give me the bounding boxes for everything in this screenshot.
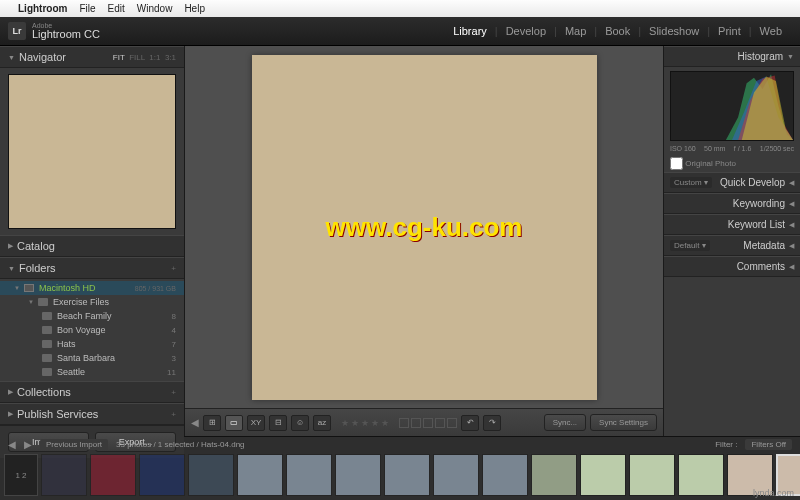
original-checkbox[interactable] — [670, 157, 683, 170]
nav-fwd-icon[interactable]: ▶ — [24, 439, 32, 450]
navigator-header[interactable]: ▼ Navigator FIT FILL 1:1 3:1 — [0, 46, 184, 68]
folder-count: 8 — [172, 312, 176, 321]
filter-dropdown[interactable]: Filters Off — [745, 439, 792, 450]
folder-row[interactable]: Beach Family8 — [0, 309, 184, 323]
add-icon[interactable]: + — [171, 410, 176, 419]
disclosure-icon: ◀ — [789, 221, 794, 229]
rotate-ccw-button[interactable]: ↶ — [461, 415, 479, 431]
module-map[interactable]: Map — [557, 25, 594, 37]
disclosure-icon: ▶ — [8, 242, 13, 250]
folder-row[interactable]: Seattle11 — [0, 365, 184, 379]
color-labels[interactable] — [399, 418, 457, 428]
loupe-view[interactable]: www.cg-ku.com — [185, 46, 663, 408]
grid-view-button[interactable]: ⊞ — [203, 415, 221, 431]
publish-header[interactable]: ▶ Publish Services + — [0, 403, 184, 425]
metadata-preset[interactable]: Default ▾ — [670, 240, 710, 251]
volume-row[interactable]: ▼ Macintosh HD 805 / 931 GB — [0, 281, 184, 295]
loupe-view-button[interactable]: ▭ — [225, 415, 243, 431]
keywording-header[interactable]: Keywording ◀ — [664, 193, 800, 214]
menu-app[interactable]: Lightroom — [18, 3, 67, 14]
compare-view-button[interactable]: XY — [247, 415, 265, 431]
filmstrip-thumb[interactable] — [286, 454, 332, 496]
module-book[interactable]: Book — [597, 25, 638, 37]
histogram-graph[interactable] — [670, 71, 794, 141]
prev-arrow-icon[interactable]: ◀ — [191, 417, 199, 428]
catalog-title: Catalog — [17, 240, 176, 252]
sync-settings-button[interactable]: Sync Settings — [590, 414, 657, 431]
nav-back-icon[interactable]: ◀ — [8, 439, 16, 450]
rating-stars[interactable]: ★★★★★ — [341, 418, 389, 428]
second-monitor-toggle[interactable]: 1 2 — [4, 454, 38, 496]
menu-window[interactable]: Window — [137, 3, 173, 14]
filmstrip-thumb[interactable] — [433, 454, 479, 496]
filmstrip-thumb[interactable] — [629, 454, 675, 496]
menu-help[interactable]: Help — [184, 3, 205, 14]
add-icon[interactable]: + — [171, 388, 176, 397]
metadata-header[interactable]: Default ▾ Metadata ◀ — [664, 235, 800, 256]
folder-icon — [42, 312, 52, 320]
module-library[interactable]: Library — [445, 25, 495, 37]
folders-title: Folders — [19, 262, 171, 274]
menu-file[interactable]: File — [79, 3, 95, 14]
add-icon[interactable]: + — [171, 264, 176, 273]
navigator-preview[interactable] — [0, 68, 184, 235]
module-develop[interactable]: Develop — [498, 25, 554, 37]
module-print[interactable]: Print — [710, 25, 749, 37]
filmstrip-thumb[interactable] — [335, 454, 381, 496]
filmstrip-count: 33 photos / 1 selected / Hats-04.dng — [116, 440, 245, 449]
preview-image — [8, 74, 176, 229]
menu-edit[interactable]: Edit — [108, 3, 125, 14]
filmstrip-thumb[interactable] — [482, 454, 528, 496]
filmstrip-thumb[interactable] — [237, 454, 283, 496]
footer-brand: lynda.com — [753, 488, 794, 498]
comments-header[interactable]: Comments ◀ — [664, 256, 800, 277]
filmstrip-thumb[interactable] — [139, 454, 185, 496]
filmstrip-thumb[interactable] — [41, 454, 87, 496]
keywordlist-header[interactable]: Keyword List ◀ — [664, 214, 800, 235]
histogram-header[interactable]: Histogram ▼ — [664, 46, 800, 67]
sync-button[interactable]: Sync... — [544, 414, 586, 431]
folder-row[interactable]: Hats7 — [0, 337, 184, 351]
filmstrip-source[interactable]: Previous Import — [40, 439, 108, 450]
app-topbar: Lr Adobe Lightroom CC Library| Develop| … — [0, 17, 800, 46]
folder-row[interactable]: Bon Voyage4 — [0, 323, 184, 337]
navigator-zoom-opts[interactable]: FIT FILL 1:1 3:1 — [113, 53, 176, 62]
volume-usage: 805 / 931 GB — [135, 285, 176, 292]
module-web[interactable]: Web — [752, 25, 790, 37]
folders-header[interactable]: ▼ Folders + — [0, 257, 184, 279]
folder-icon — [42, 368, 52, 376]
filmstrip-thumb[interactable] — [188, 454, 234, 496]
collections-title: Collections — [17, 386, 171, 398]
disclosure-icon: ▶ — [8, 410, 13, 418]
folder-row[interactable]: ▼ Exercise Files — [0, 295, 184, 309]
sort-button[interactable]: az — [313, 415, 331, 431]
filmstrip-thumbs[interactable]: 1 2 — [0, 451, 800, 499]
disclosure-icon: ▼ — [8, 54, 15, 61]
folder-name: Bon Voyage — [57, 325, 172, 335]
filmstrip-thumb[interactable] — [678, 454, 724, 496]
folder-icon — [38, 298, 48, 306]
filmstrip-thumb[interactable] — [531, 454, 577, 496]
disclosure-icon: ◀ — [789, 179, 794, 187]
disclosure-icon: ▼ — [8, 265, 15, 272]
filmstrip-thumb[interactable] — [580, 454, 626, 496]
disclosure-icon: ▼ — [14, 285, 20, 291]
people-view-button[interactable]: ☺ — [291, 415, 309, 431]
folder-name: Santa Barbara — [57, 353, 172, 363]
folder-row[interactable]: Santa Barbara3 — [0, 351, 184, 365]
macos-menubar: Lightroom File Edit Window Help — [0, 0, 800, 17]
collections-header[interactable]: ▶ Collections + — [0, 381, 184, 403]
filmstrip-thumb[interactable] — [384, 454, 430, 496]
survey-view-button[interactable]: ⊟ — [269, 415, 287, 431]
folder-count: 4 — [172, 326, 176, 335]
quickdev-header[interactable]: Custom ▾ Quick Develop ◀ — [664, 172, 800, 193]
quickdev-preset[interactable]: Custom ▾ — [670, 177, 712, 188]
original-photo-toggle[interactable]: Original Photo — [664, 155, 800, 172]
filmstrip-thumb[interactable] — [90, 454, 136, 496]
app-logo: Lr — [8, 22, 26, 40]
histogram-title: Histogram — [737, 51, 783, 62]
rotate-cw-button[interactable]: ↷ — [483, 415, 501, 431]
disclosure-icon: ▶ — [8, 388, 13, 396]
catalog-header[interactable]: ▶ Catalog — [0, 235, 184, 257]
module-slideshow[interactable]: Slideshow — [641, 25, 707, 37]
